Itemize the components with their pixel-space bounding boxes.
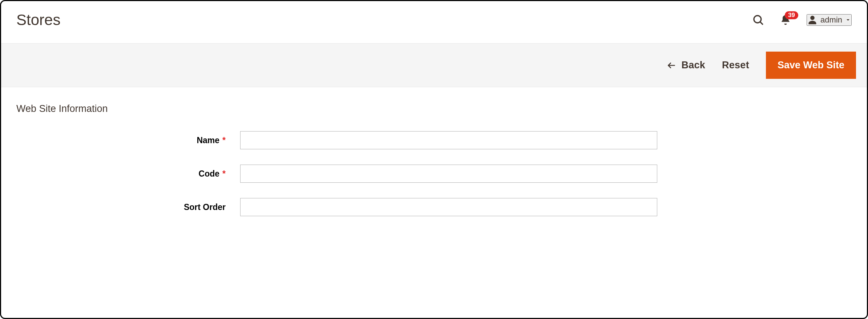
user-icon — [807, 15, 817, 25]
action-bar: Back Reset Save Web Site — [1, 43, 867, 87]
required-mark: * — [222, 169, 226, 178]
header-actions: 39 admin — [752, 14, 852, 26]
svg-line-1 — [760, 22, 763, 24]
field-label-name: Name* — [16, 136, 240, 145]
reset-label: Reset — [722, 60, 749, 71]
arrow-left-icon — [667, 61, 676, 70]
field-label-code: Code* — [16, 169, 240, 179]
svg-point-0 — [754, 16, 761, 23]
save-label: Save Web Site — [778, 60, 844, 70]
code-input[interactable] — [240, 165, 657, 183]
notifications-button[interactable]: 39 — [780, 14, 791, 26]
page-title: Stores — [16, 11, 60, 29]
search-button[interactable] — [752, 14, 764, 26]
user-label: admin — [820, 15, 842, 25]
back-button[interactable]: Back — [667, 60, 705, 71]
name-input[interactable] — [240, 131, 657, 149]
page-root: Stores 39 admin Back Reset Save Web Sit — [0, 0, 868, 319]
notifications-badge: 39 — [785, 11, 798, 19]
field-row-code: Code* — [16, 165, 852, 183]
caret-down-icon — [845, 17, 851, 23]
field-row-sort-order: Sort Order — [16, 198, 852, 216]
field-label-sort-order: Sort Order — [16, 202, 240, 212]
section-title: Web Site Information — [16, 103, 852, 114]
reset-button[interactable]: Reset — [722, 60, 749, 71]
sort-order-input[interactable] — [240, 198, 657, 216]
save-button[interactable]: Save Web Site — [766, 52, 856, 79]
user-menu[interactable]: admin — [807, 14, 852, 26]
form-section: Web Site Information Name* Code* Sort Or… — [1, 87, 867, 247]
back-label: Back — [681, 60, 705, 71]
field-row-name: Name* — [16, 131, 852, 149]
required-mark: * — [222, 136, 226, 145]
page-header: Stores 39 admin — [1, 1, 867, 43]
search-icon — [752, 14, 764, 26]
